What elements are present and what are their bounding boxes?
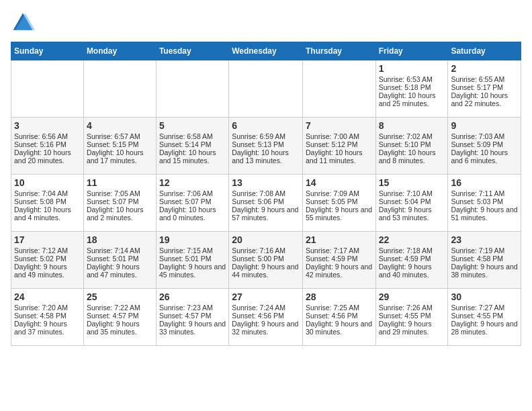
calendar-cell (229, 60, 303, 118)
day-number: 24 (14, 291, 81, 302)
weekday-header-sunday: Sunday (11, 42, 84, 60)
day-info: Sunrise: 7:11 AM (451, 189, 518, 197)
day-number: 3 (14, 120, 81, 131)
day-number: 9 (451, 120, 518, 131)
weekday-header-row: SundayMondayTuesdayWednesdayThursdayFrid… (11, 42, 521, 60)
calendar-cell: 29Sunrise: 7:26 AMSunset: 4:55 PMDayligh… (375, 289, 448, 346)
day-info: Sunset: 5:01 PM (159, 255, 226, 263)
day-number: 7 (306, 120, 373, 131)
weekday-header-saturday: Saturday (448, 42, 521, 60)
calendar-cell: 18Sunrise: 7:14 AMSunset: 5:01 PMDayligh… (83, 232, 156, 289)
day-info: Sunset: 5:01 PM (87, 255, 153, 263)
day-info: Sunrise: 7:25 AM (306, 304, 373, 312)
calendar-cell: 14Sunrise: 7:09 AMSunset: 5:05 PMDayligh… (302, 175, 375, 232)
calendar-cell: 27Sunrise: 7:24 AMSunset: 4:56 PMDayligh… (229, 289, 303, 346)
day-info: Sunrise: 7:06 AM (159, 189, 226, 197)
calendar-cell: 12Sunrise: 7:06 AMSunset: 5:07 PMDayligh… (156, 175, 228, 232)
day-info: Sunrise: 7:15 AM (159, 246, 226, 255)
day-info: Sunset: 5:16 PM (14, 140, 81, 148)
day-number: 22 (379, 234, 445, 245)
day-info: Sunset: 5:04 PM (379, 197, 445, 205)
day-info: Sunset: 5:15 PM (87, 140, 153, 148)
calendar-cell (83, 60, 156, 118)
day-info: Daylight: 9 hours and 30 minutes. (306, 320, 373, 336)
weekday-header-monday: Monday (83, 42, 156, 60)
day-info: Daylight: 9 hours and 28 minutes. (451, 320, 518, 336)
weekday-header-thursday: Thursday (302, 42, 375, 60)
day-number: 10 (14, 177, 81, 188)
calendar-week-row: 3Sunrise: 6:56 AMSunset: 5:16 PMDaylight… (11, 118, 521, 175)
logo (11, 11, 39, 35)
calendar-cell: 11Sunrise: 7:05 AMSunset: 5:07 PMDayligh… (83, 175, 156, 232)
calendar-week-row: 10Sunrise: 7:04 AMSunset: 5:08 PMDayligh… (11, 175, 521, 232)
day-info: Sunrise: 7:02 AM (379, 132, 445, 140)
day-info: Daylight: 10 hours and 2 minutes. (87, 205, 153, 222)
day-info: Daylight: 9 hours and 38 minutes. (451, 263, 518, 279)
day-info: Daylight: 10 hours and 20 minutes. (14, 148, 81, 165)
day-info: Sunset: 4:58 PM (451, 255, 518, 263)
weekday-header-friday: Friday (375, 42, 448, 60)
weekday-header-wednesday: Wednesday (229, 42, 303, 60)
day-info: Sunset: 5:03 PM (451, 197, 518, 205)
day-info: Sunrise: 7:18 AM (379, 246, 445, 255)
day-info: Daylight: 10 hours and 25 minutes. (379, 91, 445, 107)
day-info: Daylight: 9 hours and 42 minutes. (306, 263, 373, 279)
day-info: Sunset: 4:55 PM (379, 312, 445, 320)
day-info: Sunrise: 6:53 AM (379, 75, 445, 83)
day-info: Sunset: 5:13 PM (232, 140, 300, 148)
day-number: 27 (232, 291, 300, 302)
calendar-cell: 4Sunrise: 6:57 AMSunset: 5:15 PMDaylight… (83, 118, 156, 175)
calendar-cell: 25Sunrise: 7:22 AMSunset: 4:57 PMDayligh… (83, 289, 156, 346)
day-number: 2 (451, 63, 518, 74)
day-info: Daylight: 10 hours and 15 minutes. (159, 148, 226, 165)
calendar-cell: 13Sunrise: 7:08 AMSunset: 5:06 PMDayligh… (229, 175, 303, 232)
day-info: Sunrise: 7:12 AM (14, 246, 81, 255)
day-number: 19 (159, 234, 226, 245)
day-info: Sunset: 5:00 PM (232, 255, 300, 263)
day-info: Sunrise: 6:55 AM (451, 75, 518, 83)
day-info: Sunset: 4:56 PM (232, 312, 300, 320)
day-info: Sunrise: 7:14 AM (87, 246, 153, 255)
day-info: Daylight: 10 hours and 13 minutes. (232, 148, 300, 165)
calendar-cell: 5Sunrise: 6:58 AMSunset: 5:14 PMDaylight… (156, 118, 228, 175)
day-info: Daylight: 9 hours and 40 minutes. (379, 263, 445, 279)
day-info: Daylight: 9 hours and 32 minutes. (232, 320, 300, 336)
day-info: Sunset: 5:06 PM (232, 197, 300, 205)
calendar-cell: 19Sunrise: 7:15 AMSunset: 5:01 PMDayligh… (156, 232, 228, 289)
day-info: Daylight: 9 hours and 35 minutes. (87, 320, 153, 336)
calendar-cell: 28Sunrise: 7:25 AMSunset: 4:56 PMDayligh… (302, 289, 375, 346)
day-info: Sunset: 5:18 PM (379, 83, 445, 91)
calendar-cell: 21Sunrise: 7:17 AMSunset: 4:59 PMDayligh… (302, 232, 375, 289)
day-info: Sunrise: 7:16 AM (232, 246, 300, 255)
day-info: Daylight: 10 hours and 8 minutes. (379, 148, 445, 165)
calendar-cell: 15Sunrise: 7:10 AMSunset: 5:04 PMDayligh… (375, 175, 448, 232)
page-header (11, 11, 521, 35)
day-number: 25 (87, 291, 153, 302)
day-number: 16 (451, 177, 518, 188)
day-info: Daylight: 10 hours and 0 minutes. (159, 205, 226, 222)
calendar-week-row: 24Sunrise: 7:20 AMSunset: 4:58 PMDayligh… (11, 289, 521, 346)
day-info: Sunrise: 7:17 AM (306, 246, 373, 255)
day-info: Sunset: 5:10 PM (379, 140, 445, 148)
day-info: Daylight: 9 hours and 47 minutes. (87, 263, 153, 279)
day-info: Sunrise: 7:03 AM (451, 132, 518, 140)
calendar-table: SundayMondayTuesdayWednesdayThursdayFrid… (11, 42, 521, 346)
day-info: Sunrise: 6:57 AM (87, 132, 153, 140)
day-number: 8 (379, 120, 445, 131)
calendar-cell (156, 60, 228, 118)
logo-icon (11, 11, 35, 35)
calendar-cell: 23Sunrise: 7:19 AMSunset: 4:58 PMDayligh… (448, 232, 521, 289)
day-number: 6 (232, 120, 300, 131)
day-info: Sunset: 5:07 PM (159, 197, 226, 205)
day-info: Daylight: 9 hours and 29 minutes. (379, 320, 445, 336)
day-info: Sunset: 5:17 PM (451, 83, 518, 91)
day-number: 1 (379, 63, 445, 74)
calendar-cell (302, 60, 375, 118)
day-info: Sunrise: 7:08 AM (232, 189, 300, 197)
day-info: Sunrise: 7:23 AM (159, 304, 226, 312)
calendar-cell: 7Sunrise: 7:00 AMSunset: 5:12 PMDaylight… (302, 118, 375, 175)
day-info: Daylight: 10 hours and 4 minutes. (14, 205, 81, 222)
calendar-cell: 10Sunrise: 7:04 AMSunset: 5:08 PMDayligh… (11, 175, 84, 232)
weekday-header-tuesday: Tuesday (156, 42, 228, 60)
day-info: Sunset: 5:14 PM (159, 140, 226, 148)
